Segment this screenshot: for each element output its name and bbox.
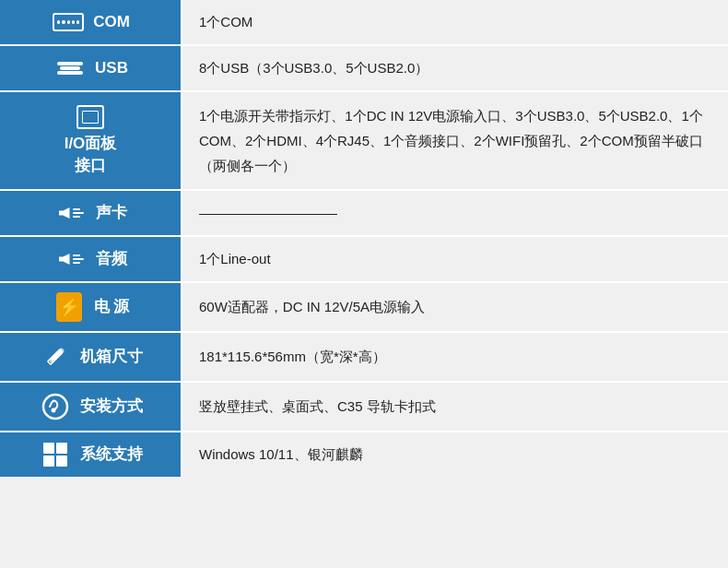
label-audio: 音频: [0, 237, 182, 281]
size-label: 机箱尺寸: [80, 346, 143, 368]
audio-value: 1个Line-out: [182, 237, 728, 281]
row-size: 机箱尺寸 181*115.6*56mm（宽*深*高）: [0, 333, 728, 383]
usb-value: 8个USB（3个USB3.0、5个USB2.0）: [182, 46, 728, 90]
label-install: 安装方式: [0, 383, 182, 431]
audio-icon: [53, 254, 88, 265]
audio-label: 音频: [96, 248, 127, 270]
soundcard-label: 声卡: [96, 202, 127, 224]
row-power: ⚡ 电 源 60W适配器，DC IN 12V/5A电源输入: [0, 283, 728, 333]
power-icon: ⚡: [52, 292, 87, 322]
row-audio: 音频 1个Line-out: [0, 237, 728, 283]
row-com: COM 1个COM: [0, 0, 728, 46]
usb-icon: [53, 62, 88, 75]
power-value: 60W适配器，DC IN 12V/5A电源输入: [182, 283, 728, 331]
label-usb: USB: [0, 46, 182, 90]
size-icon: [38, 342, 73, 372]
os-value: Windows 10/11、银河麒麟: [182, 432, 728, 477]
com-value: 1个COM: [182, 0, 728, 44]
label-size: 机箱尺寸: [0, 333, 182, 381]
size-value: 181*115.6*56mm（宽*深*高）: [182, 333, 728, 381]
label-com: COM: [0, 0, 182, 44]
soundcard-icon: [53, 207, 88, 219]
io-icon: [73, 105, 108, 129]
label-soundcard: 声卡: [0, 191, 182, 235]
svg-point-4: [43, 395, 67, 419]
com-label: COM: [93, 11, 130, 33]
label-io: I/O面板 接口: [0, 92, 182, 189]
os-label: 系统支持: [80, 444, 143, 466]
com-icon: [51, 13, 86, 31]
row-io: I/O面板 接口 1个电源开关带指示灯、1个DC IN 12V电源输入口、3个U…: [0, 92, 728, 191]
row-os: 系统支持 Windows 10/11、银河麒麟: [0, 432, 728, 477]
os-icon: [38, 443, 73, 467]
install-icon: [38, 392, 73, 421]
row-soundcard: 声卡 ——————————: [0, 191, 728, 237]
label-os: 系统支持: [0, 432, 182, 477]
svg-point-5: [52, 408, 56, 413]
row-install: 安装方式 竖放壁挂式、桌面式、C35 导轨卡扣式: [0, 383, 728, 432]
io-label: I/O面板 接口: [65, 133, 117, 177]
svg-rect-3: [48, 347, 65, 363]
install-label: 安装方式: [80, 396, 143, 418]
spec-table: COM 1个COM USB 8个USB（3个USB3.0、5个USB2.0）: [0, 0, 728, 477]
io-value: 1个电源开关带指示灯、1个DC IN 12V电源输入口、3个USB3.0、5个U…: [182, 92, 728, 189]
row-usb: USB 8个USB（3个USB3.0、5个USB2.0）: [0, 46, 728, 92]
usb-label: USB: [95, 57, 128, 79]
label-power: ⚡ 电 源: [0, 283, 182, 331]
soundcard-value: ——————————: [182, 191, 728, 235]
power-label: 电 源: [94, 296, 130, 318]
install-value: 竖放壁挂式、桌面式、C35 导轨卡扣式: [182, 383, 728, 431]
